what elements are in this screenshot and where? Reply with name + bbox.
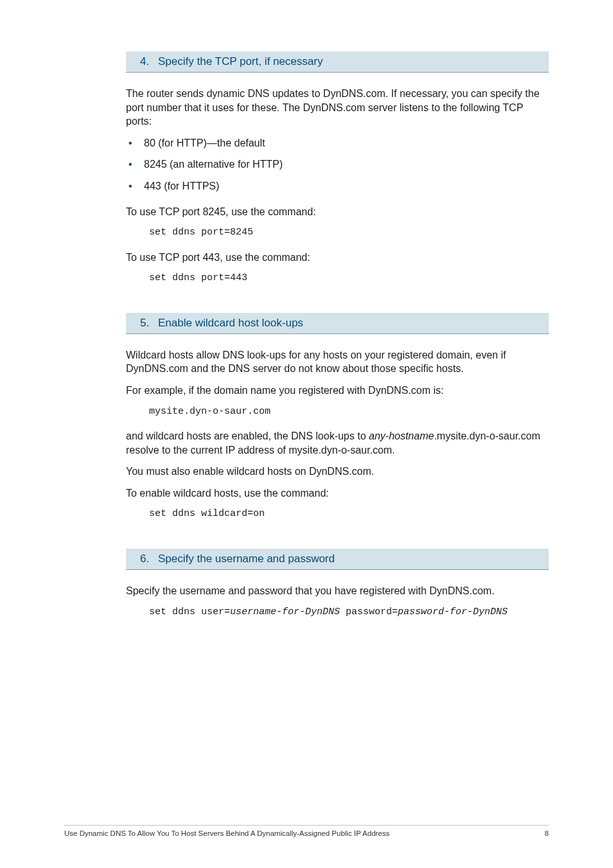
step-heading-4: 4.Specify the TCP port, if necessary [126, 51, 549, 73]
step-heading-6: 6.Specify the username and password [126, 549, 549, 570]
step-number: 6. [140, 553, 158, 565]
page-footer: Use Dynamic DNS To Allow You To Host Ser… [64, 825, 549, 837]
list-item: 80 (for HTTP)—the default [126, 136, 549, 150]
code-block: set ddns user=username-for-DynDNS passwo… [149, 606, 549, 619]
step-title: Specify the username and password [158, 553, 335, 565]
code-block: set ddns port=8245 [149, 226, 549, 239]
code-block: set ddns port=443 [149, 272, 549, 285]
page-content: 4.Specify the TCP port, if necessary The… [0, 0, 613, 618]
list-item: 8245 (an alternative for HTTP) [126, 157, 549, 172]
footer-page-number: 8 [545, 829, 549, 837]
code-placeholder-password: password-for-DynDNS [398, 607, 508, 617]
list-item: 443 (for HTTPS) [126, 179, 549, 193]
step4-intro: The router sends dynamic DNS updates to … [126, 87, 549, 128]
code-block: set ddns wildcard=on [149, 508, 549, 520]
step4-para2: To use TCP port 443, use the command: [126, 251, 549, 265]
step5-para2: and wildcard hosts are enabled, the DNS … [126, 429, 549, 457]
step4-para1: To use TCP port 8245, use the command: [126, 205, 549, 219]
code-block: mysite.dyn-o-saur.com [149, 405, 549, 418]
step-number: 4. [140, 55, 158, 68]
text-run: and wildcard hosts are enabled, the DNS … [126, 430, 369, 441]
code-text: password= [340, 607, 398, 617]
step5-para4: To enable wildcard hosts, use the comman… [126, 486, 549, 500]
step5-para3: You must also enable wildcard hosts on D… [126, 465, 549, 479]
code-text: set ddns user= [149, 607, 230, 617]
code-placeholder-username: username-for-DynDNS [230, 607, 340, 617]
step-title: Enable wildcard host look-ups [158, 317, 303, 329]
step-number: 5. [140, 317, 158, 330]
step-heading-5: 5.Enable wildcard host look-ups [126, 313, 549, 334]
italic-hostname: any-hostname [369, 430, 434, 441]
step6-intro: Specify the username and password that y… [126, 584, 549, 598]
step4-port-list: 80 (for HTTP)—the default 8245 (an alter… [126, 136, 549, 193]
step5-para1: For example, if the domain name you regi… [126, 384, 549, 398]
step5-intro: Wildcard hosts allow DNS look-ups for an… [126, 348, 549, 376]
footer-title: Use Dynamic DNS To Allow You To Host Ser… [64, 829, 389, 837]
step-title: Specify the TCP port, if necessary [158, 55, 323, 67]
